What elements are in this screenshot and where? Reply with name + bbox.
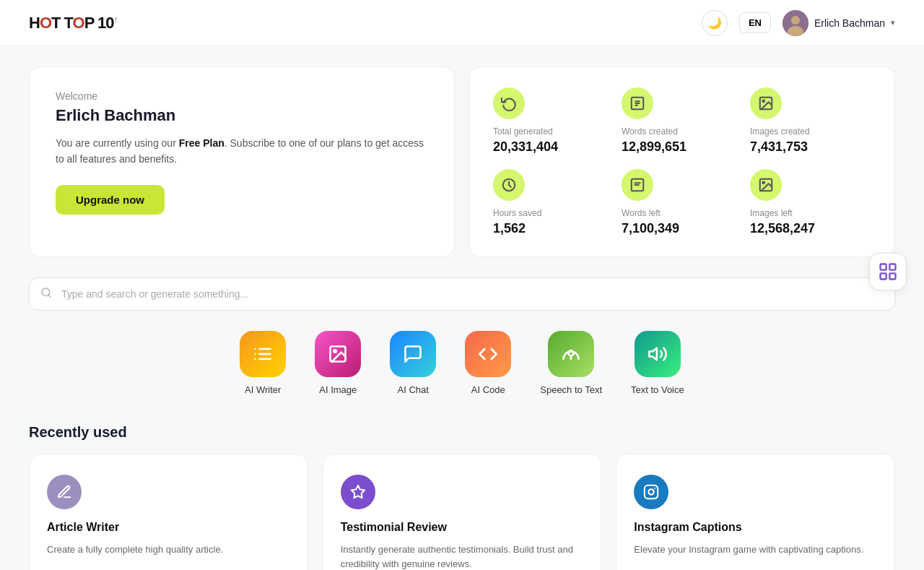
main-content: Welcome Erlich Bachman You are currently… — [0, 46, 924, 570]
svg-rect-33 — [881, 273, 886, 279]
stat-words-created: Words created 12,899,651 — [622, 87, 743, 155]
avatar — [783, 10, 808, 36]
welcome-label: Welcome — [56, 90, 428, 102]
top-row: Welcome Erlich Bachman You are currently… — [29, 66, 895, 257]
article-writer-desc: Create a fully complete high quality art… — [47, 543, 290, 570]
stats-grid: Total generated 20,331,404 Words created… — [493, 87, 871, 236]
ai-code-label: AI Code — [471, 384, 505, 395]
image-icon — [750, 87, 782, 119]
card-testimonial-review[interactable]: Testimonial Review Instantly generate au… — [323, 454, 602, 570]
words-left-icon — [622, 169, 653, 201]
instagram-captions-desc: Elevate your Instagram game with captiva… — [634, 543, 877, 570]
svg-point-8 — [762, 100, 764, 102]
ai-writer-label: AI Writer — [245, 384, 281, 395]
chevron-down-icon: ▾ — [891, 18, 895, 27]
stat-value-words-left: 7,100,349 — [622, 221, 743, 236]
testimonial-review-icon — [341, 475, 375, 509]
stat-words-left: Words left 7,100,349 — [622, 169, 743, 236]
svg-point-14 — [762, 181, 764, 183]
user-name: Erlich Bachman — [814, 17, 885, 29]
user-menu[interactable]: Erlich Bachman ▾ — [783, 10, 895, 36]
ai-writer-icon — [240, 331, 286, 377]
stat-label-images-left: Images left — [750, 208, 871, 218]
tool-ai-image[interactable]: AI Image — [315, 331, 361, 395]
svg-marker-28 — [351, 485, 364, 498]
welcome-name: Erlich Bachman — [56, 106, 428, 125]
stat-images-left: Images left 12,568,247 — [750, 169, 871, 236]
instagram-captions-title: Instagram Captions — [634, 521, 877, 534]
speech-to-text-icon — [548, 331, 594, 377]
recently-used-section: Recently used Article Writer Create a fu… — [29, 424, 895, 570]
testimonial-review-title: Testimonial Review — [341, 521, 584, 534]
instagram-captions-icon — [634, 475, 668, 509]
tools-row: AI Writer AI Image AI Chat — [29, 331, 895, 395]
stat-label-words-left: Words left — [622, 208, 743, 218]
speech-to-text-label: Speech to Text — [540, 384, 602, 395]
svg-rect-34 — [889, 273, 895, 279]
language-button[interactable]: EN — [739, 12, 771, 33]
text-to-voice-icon — [635, 331, 681, 377]
card-instagram-captions[interactable]: Instagram Captions Elevate your Instagra… — [616, 454, 895, 570]
clock-icon — [493, 169, 525, 201]
stat-label-words-created: Words created — [622, 126, 743, 137]
logo: HOT TOP 10↑ — [29, 14, 118, 33]
ai-image-icon — [315, 331, 361, 377]
floating-grid-button[interactable] — [869, 253, 907, 290]
tool-text-to-voice[interactable]: Text to Voice — [631, 331, 684, 395]
ai-chat-label: AI Chat — [398, 384, 429, 395]
stat-label-images-created: Images created — [750, 126, 871, 137]
svg-point-24 — [334, 350, 336, 353]
stat-value-total: 20,331,404 — [493, 139, 614, 155]
header-right: 🌙 EN Erlich Bachman ▾ — [702, 10, 895, 36]
stat-hours-saved: Hours saved 1,562 — [493, 169, 614, 236]
welcome-card: Welcome Erlich Bachman You are currently… — [29, 66, 455, 257]
text-to-voice-label: Text to Voice — [631, 384, 684, 395]
stats-card: Total generated 20,331,404 Words created… — [469, 66, 895, 257]
stat-total-generated: Total generated 20,331,404 — [493, 87, 614, 155]
tool-ai-chat[interactable]: AI Chat — [390, 331, 436, 395]
stat-images-created: Images created 7,431,753 — [750, 87, 871, 155]
feature-cards: Article Writer Create a fully complete h… — [29, 454, 895, 570]
welcome-description: You are currently using our Free Plan. S… — [56, 135, 428, 168]
search-container — [29, 277, 895, 311]
ai-code-icon — [465, 331, 511, 377]
search-icon — [40, 287, 52, 301]
svg-rect-31 — [881, 264, 886, 270]
card-article-writer[interactable]: Article Writer Create a fully complete h… — [29, 454, 308, 570]
article-writer-icon — [47, 475, 82, 509]
svg-rect-32 — [889, 264, 895, 270]
stat-label-hours: Hours saved — [493, 208, 614, 218]
text-icon — [622, 87, 653, 119]
refresh-icon — [493, 87, 525, 119]
stat-value-images-created: 7,431,753 — [750, 139, 871, 155]
stat-value-words-created: 12,899,651 — [622, 139, 743, 155]
upgrade-button[interactable]: Upgrade now — [56, 185, 165, 215]
testimonial-review-desc: Instantly generate authentic testimonial… — [341, 543, 584, 570]
search-input[interactable] — [29, 277, 895, 311]
article-writer-title: Article Writer — [47, 521, 290, 534]
svg-marker-27 — [649, 348, 657, 360]
ai-image-label: AI Image — [319, 384, 357, 395]
stat-label-total: Total generated — [493, 126, 614, 137]
header: HOT TOP 10↑ 🌙 EN Erlich Bachman ▾ — [0, 0, 924, 46]
ai-chat-icon — [390, 331, 436, 377]
tool-speech-to-text[interactable]: Speech to Text — [540, 331, 602, 395]
images-left-icon — [750, 169, 782, 201]
svg-rect-29 — [645, 485, 658, 498]
dark-mode-button[interactable]: 🌙 — [702, 10, 728, 36]
tool-ai-writer[interactable]: AI Writer — [240, 331, 286, 395]
plan-name: Free Plan — [179, 137, 225, 149]
tool-ai-code[interactable]: AI Code — [465, 331, 511, 395]
svg-line-16 — [48, 295, 51, 297]
svg-point-1 — [791, 16, 800, 25]
stat-value-hours: 1,562 — [493, 221, 614, 236]
stat-value-images-left: 12,568,247 — [750, 221, 871, 236]
recently-used-title: Recently used — [29, 424, 895, 441]
